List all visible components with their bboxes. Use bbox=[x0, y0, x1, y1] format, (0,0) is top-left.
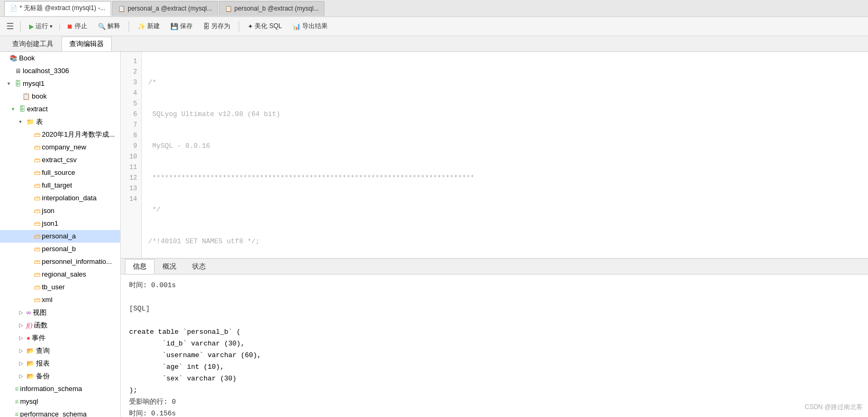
tab-query-builder[interactable]: 查询创建工具 bbox=[4, 37, 61, 51]
sidebar-item-regional-sales[interactable]: 🗃 regional_sales bbox=[0, 268, 120, 281]
sidebar-item-book-db[interactable]: 📋 book bbox=[0, 90, 120, 103]
json1-icon: 🗃 bbox=[34, 218, 40, 229]
sidebar-item-information-schema[interactable]: ≡ information_schema bbox=[0, 383, 120, 395]
sidebar-item-extract-csv[interactable]: 🗃 extract_csv bbox=[0, 154, 120, 166]
result-time1: 时间: 0.001s bbox=[129, 280, 860, 291]
save-button[interactable]: 💾 保存 bbox=[166, 20, 197, 32]
sidebar-item-book[interactable]: 📚 Book bbox=[0, 52, 120, 65]
sidebar-item-tb-user[interactable]: 🗃 tb_user bbox=[0, 281, 120, 294]
run-button[interactable]: ▶ 运行 ▾ bbox=[25, 20, 57, 32]
sidebar-item-views[interactable]: ▷ ∞ 视图 bbox=[0, 306, 120, 319]
extract-label: extract bbox=[27, 104, 48, 114]
backups-arrow: ▷ bbox=[19, 371, 26, 381]
sidebar-item-personnel[interactable]: 🗃 personnel_informatio... bbox=[0, 255, 120, 268]
new-label: 新建 bbox=[147, 22, 160, 31]
personb-label: personal_b bbox=[42, 244, 76, 254]
extract-arrow: ▾ bbox=[12, 104, 19, 114]
beautify-button[interactable]: ✦ 美化 SQL bbox=[243, 20, 286, 32]
toolbar-sep-run: | bbox=[59, 22, 60, 30]
sidebar-item-interpolation[interactable]: 🗃 interpolation_data bbox=[0, 192, 120, 205]
sidebar-item-company-new[interactable]: 🗃 company_new bbox=[0, 141, 120, 154]
views-arrow: ▷ bbox=[19, 307, 26, 318]
sidebar-item-localhost[interactable]: 🖥 localhost_3306 bbox=[0, 65, 120, 77]
result-tab-info[interactable]: 信息 bbox=[125, 259, 155, 274]
result-time2: 时间: 0.156s bbox=[129, 408, 860, 417]
fulltgt-label: full_target bbox=[42, 180, 72, 191]
run-icon: ▶ bbox=[29, 23, 34, 30]
sidebar-item-xml[interactable]: 🗃 xml bbox=[0, 294, 120, 306]
stop-button[interactable]: ⏹ 停止 bbox=[62, 20, 92, 32]
extractcsv-label: extract_csv bbox=[42, 155, 77, 165]
extract-icon: 🗄 bbox=[19, 104, 25, 114]
book-icon: 📚 bbox=[10, 53, 17, 64]
reports-arrow: ▷ bbox=[19, 358, 26, 369]
extractcsv-icon: 🗃 bbox=[34, 155, 40, 165]
sidebar-item-backups[interactable]: ▷ 📂 备份 bbox=[0, 370, 120, 383]
sidebar-item-personal-b[interactable]: 🗃 personal_b bbox=[0, 243, 120, 255]
sidebar-item-mysql1[interactable]: ▾ 🗄 mysql1 bbox=[0, 77, 120, 90]
result-tab-overview[interactable]: 概况 bbox=[155, 259, 184, 273]
json-icon: 🗃 bbox=[34, 206, 40, 216]
sidebar: 📚 Book 🖥 localhost_3306 ▾ 🗄 mysql1 📋 boo… bbox=[0, 52, 121, 417]
sidebar-item-tables-folder[interactable]: ▾ 📁 表 bbox=[0, 116, 120, 128]
sidebar-item-full-source[interactable]: 🗃 full_source bbox=[0, 166, 120, 179]
localhost-label: localhost_3306 bbox=[23, 66, 69, 76]
events-label: 事件 bbox=[32, 333, 46, 343]
sidebar-item-full-target[interactable]: 🗃 full_target bbox=[0, 179, 120, 192]
t2020-label: 2020年1月月考数学成... bbox=[42, 129, 115, 140]
sidebar-item-functions[interactable]: ▷ f() 函数 bbox=[0, 319, 120, 332]
result-tab-bar: 信息 概况 状态 bbox=[121, 259, 868, 274]
result-tab-status-label: 状态 bbox=[192, 262, 206, 270]
tab-personal-a-icon: 📋 bbox=[118, 5, 125, 12]
new-button[interactable]: ✨ 新建 bbox=[133, 20, 164, 32]
tables-folder-icon: 📁 bbox=[26, 117, 34, 127]
tab-untitled[interactable]: 📄 * 无标题 @extract (mysql1) -... bbox=[4, 1, 111, 16]
saveas-button[interactable]: 🗄 另存为 bbox=[199, 20, 234, 32]
sidebar-item-queries[interactable]: ▷ 📂 查询 bbox=[0, 344, 120, 357]
reports-icon: 📂 bbox=[26, 358, 34, 369]
sidebar-item-perf-schema[interactable]: ≡ performance_schema bbox=[0, 408, 120, 417]
sidebar-item-mysql-db[interactable]: ≡ mysql bbox=[0, 395, 120, 408]
views-label: 视图 bbox=[33, 307, 47, 318]
result-tab-status[interactable]: 状态 bbox=[184, 259, 214, 273]
infoschema-icon: ≡ bbox=[15, 384, 19, 394]
menu-icon[interactable]: ☰ bbox=[4, 19, 16, 33]
backups-label: 备份 bbox=[36, 371, 50, 381]
persona-label: personal_a bbox=[42, 231, 76, 242]
perfschema-label: performance_schema bbox=[20, 409, 87, 417]
run-label: 运行 bbox=[35, 22, 48, 31]
sidebar-item-extract[interactable]: ▾ 🗄 extract bbox=[0, 103, 120, 116]
sidebar-item-personal-a[interactable]: 🗃 personal_a bbox=[0, 230, 120, 243]
funcs-icon: f() bbox=[26, 320, 32, 331]
tab-query-editor[interactable]: 查询编辑器 bbox=[61, 37, 112, 51]
sidebar-item-reports[interactable]: ▷ 📂 报表 bbox=[0, 357, 120, 370]
result-sql-label: [SQL] bbox=[129, 303, 860, 315]
result-panel: 信息 概况 状态 时间: 0.001s [SQL] create table `… bbox=[121, 258, 868, 417]
sidebar-item-events[interactable]: ▷ ● 事件 bbox=[0, 332, 120, 344]
book-label: Book bbox=[19, 53, 35, 64]
run-dropdown-icon[interactable]: ▾ bbox=[50, 23, 52, 29]
toolbar-sep-3 bbox=[239, 21, 239, 32]
tab-personal-a[interactable]: 📋 personal_a @extract (mysql... bbox=[112, 1, 218, 16]
personnel-icon: 🗃 bbox=[34, 256, 40, 267]
code-editor[interactable]: 12345 678910 11121314 /* SQLyog Ultimate… bbox=[121, 52, 868, 258]
persona-icon: 🗃 bbox=[34, 231, 40, 242]
sidebar-item-json[interactable]: 🗃 json bbox=[0, 205, 120, 217]
events-arrow: ▷ bbox=[19, 333, 26, 343]
interp-icon: 🗃 bbox=[34, 193, 40, 203]
tab-personal-b[interactable]: 📋 personal_b @extract (mysql... bbox=[219, 1, 325, 16]
stop-label: 停止 bbox=[75, 22, 87, 31]
toolbar: ☰ ▶ 运行 ▾ | ⏹ 停止 🔍 解释 ✨ 新建 💾 保存 🗄 另存为 ✦ 美… bbox=[0, 17, 868, 36]
tab-untitled-icon: 📄 bbox=[10, 5, 17, 12]
regional-label: regional_sales bbox=[42, 269, 86, 280]
server-icon: 🖥 bbox=[15, 66, 21, 76]
explain-button[interactable]: 🔍 解释 bbox=[94, 20, 124, 32]
beautify-icon: ✦ bbox=[248, 23, 253, 30]
reports-label: 报表 bbox=[36, 358, 50, 369]
mysql1-label: mysql1 bbox=[23, 78, 44, 89]
result-affected: 受影响的行: 0 bbox=[129, 396, 860, 408]
export-icon: 📊 bbox=[293, 23, 301, 30]
sidebar-item-json1[interactable]: 🗃 json1 bbox=[0, 217, 120, 230]
sidebar-item-table-2020[interactable]: 🗃 2020年1月月考数学成... bbox=[0, 128, 120, 141]
export-button[interactable]: 📊 导出结果 bbox=[288, 20, 332, 32]
